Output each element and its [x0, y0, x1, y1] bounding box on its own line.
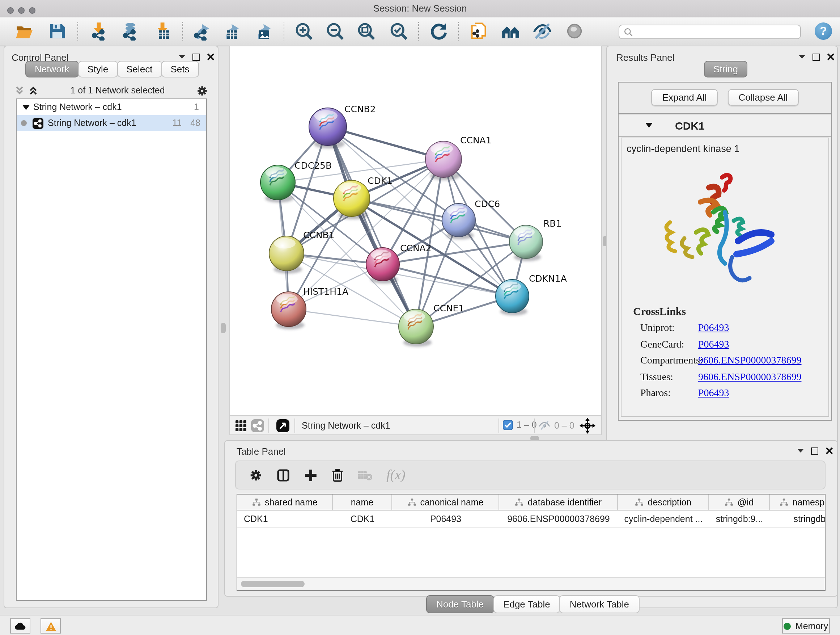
node-CDC25B[interactable] — [261, 165, 295, 203]
column-header-name[interactable]: name — [333, 494, 392, 510]
cell-description: cyclin-dependent ... — [618, 510, 709, 527]
zoom-in-icon[interactable] — [293, 20, 315, 42]
memory-button[interactable]: Memory — [782, 618, 830, 633]
save-session-icon[interactable] — [46, 20, 68, 42]
node-label-CCNB2: CCNB2 — [344, 104, 376, 114]
show-eye-icon[interactable] — [564, 20, 585, 42]
float-panel-icon[interactable] — [193, 54, 200, 61]
grid-view-icon[interactable] — [234, 419, 248, 434]
function-builder-icon[interactable]: f(x) — [386, 467, 406, 483]
network-canvas[interactable]: CCNB2CCNA1CDC25BCDK1CDC6RB1CCNB1CCNA2CDK… — [229, 46, 602, 416]
tab-select[interactable]: Select — [117, 61, 162, 78]
import-network-icon[interactable] — [88, 20, 109, 42]
collapse-all-button[interactable]: Collapse All — [728, 89, 799, 106]
birds-eye-view-icon[interactable] — [276, 419, 289, 434]
export-network-icon[interactable] — [189, 20, 211, 42]
zoom-selected-icon[interactable] — [388, 20, 409, 42]
crosslink-value[interactable]: P06493 — [698, 339, 729, 350]
tab-string[interactable]: String — [704, 61, 747, 78]
export-table-icon[interactable] — [219, 20, 241, 42]
column-header-namespace[interactable]: namespace — [770, 494, 826, 510]
selected-checkbox-icon[interactable] — [503, 420, 513, 430]
warning-button[interactable] — [41, 618, 61, 633]
node-CDKN1A[interactable] — [496, 279, 529, 315]
cell-name: CDK1 — [333, 510, 392, 527]
scrollbar-thumb[interactable] — [241, 581, 305, 587]
column-header-shared-name[interactable]: shared name — [237, 494, 333, 510]
search-input[interactable] — [619, 25, 801, 39]
node-label-CCNE1: CCNE1 — [433, 303, 464, 314]
share-view-icon[interactable] — [251, 419, 264, 434]
crosslink-label: Pharos: — [640, 387, 698, 399]
import-database-icon[interactable] — [118, 20, 141, 42]
export-image-icon[interactable] — [251, 20, 273, 42]
gene-section-header[interactable]: CDK1 — [619, 114, 831, 137]
node-CDC6[interactable] — [442, 203, 475, 239]
delete-table-icon[interactable] — [357, 469, 373, 481]
delete-column-icon[interactable] — [332, 468, 344, 482]
table-options-gear-icon[interactable] — [249, 468, 263, 482]
node-CCNE1[interactable] — [399, 309, 433, 347]
column-header-database-identifier[interactable]: database identifier — [499, 494, 618, 510]
hide-selected-icon[interactable] — [531, 20, 553, 42]
tree-expand-icon[interactable] — [22, 104, 30, 111]
section-expand-icon[interactable] — [645, 122, 653, 129]
zoom-out-icon[interactable] — [324, 20, 346, 42]
tab-network[interactable]: Network — [25, 61, 79, 78]
network-row-selected[interactable]: String Network – cdk1 11 48 — [17, 115, 206, 131]
zoom-fit-icon[interactable] — [355, 20, 377, 42]
cloud-button[interactable] — [10, 618, 30, 633]
column-header--id[interactable]: @id — [709, 494, 770, 510]
share-document-icon[interactable] — [467, 20, 489, 42]
node-CCNB1[interactable] — [269, 236, 304, 274]
home-pair-icon[interactable] — [500, 20, 522, 42]
hidden-eye-icon[interactable] — [538, 420, 551, 431]
node-HIST1H1A[interactable] — [271, 292, 306, 329]
tab-edge-table[interactable]: Edge Table — [493, 595, 561, 613]
cell-database-identifier: 9606.ENSP00000378699 — [499, 510, 618, 527]
float-panel-icon[interactable] — [811, 448, 818, 455]
left-splitter-handle[interactable] — [221, 323, 226, 333]
crosslink-value[interactable]: P06493 — [698, 387, 729, 399]
node-CDK1[interactable] — [333, 180, 370, 219]
selection-status: 1 of 1 Network selected — [39, 86, 196, 96]
crosslink-value[interactable]: 9606.ENSP00000378699 — [698, 371, 801, 383]
float-panel-icon[interactable] — [813, 54, 820, 61]
help-button[interactable]: ? — [815, 22, 832, 40]
collapse-all-icon[interactable] — [14, 86, 25, 96]
results-panel-title: Results Panel — [616, 52, 674, 63]
collection-count: 1 — [194, 102, 199, 112]
network-graph: CCNB2CCNA1CDC25BCDK1CDC6RB1CCNB1CCNA2CDK… — [230, 46, 601, 415]
network-list: String Network – cdk1 1 String Network –… — [16, 98, 207, 601]
collapse-panel-icon[interactable] — [798, 54, 806, 60]
column-header-canonical-name[interactable]: canonical name — [392, 494, 499, 510]
pan-crosshair-icon[interactable] — [579, 418, 595, 436]
tab-sets[interactable]: Sets — [161, 61, 199, 78]
horizontal-scrollbar[interactable] — [237, 577, 825, 590]
close-panel-icon[interactable]: ✕ — [206, 54, 215, 61]
close-panel-icon[interactable]: ✕ — [825, 448, 834, 455]
crosslink-value[interactable]: P06493 — [698, 322, 729, 334]
node-RB1[interactable] — [509, 225, 543, 261]
network-options-gear-icon[interactable] — [196, 84, 208, 97]
import-table-icon[interactable] — [151, 20, 173, 42]
refresh-icon[interactable] — [428, 20, 449, 42]
network-collection-row[interactable]: String Network – cdk1 1 — [17, 99, 206, 115]
tab-network-table[interactable]: Network Table — [560, 595, 639, 613]
expand-all-button[interactable]: Expand All — [652, 89, 718, 106]
open-session-icon[interactable] — [13, 20, 35, 42]
collapse-panel-icon[interactable] — [797, 448, 805, 454]
collapse-panel-icon[interactable] — [178, 54, 186, 60]
network-current-dot-icon — [21, 120, 27, 126]
tab-node-table[interactable]: Node Table — [426, 595, 494, 613]
crosslink-value[interactable]: 9606.ENSP00000378699 — [698, 355, 801, 366]
table-row[interactable]: CDK1CDK1P064939606.ENSP00000378699cyclin… — [237, 510, 825, 528]
expand-all-icon[interactable] — [28, 86, 39, 96]
column-header-description[interactable]: description — [618, 494, 709, 510]
node-CCNA2[interactable] — [366, 248, 399, 283]
node-CCNA1[interactable] — [425, 141, 462, 180]
show-columns-icon[interactable] — [276, 468, 290, 482]
close-panel-icon[interactable]: ✕ — [826, 54, 835, 61]
add-column-icon[interactable] — [304, 468, 317, 482]
tab-style[interactable]: Style — [78, 61, 118, 78]
